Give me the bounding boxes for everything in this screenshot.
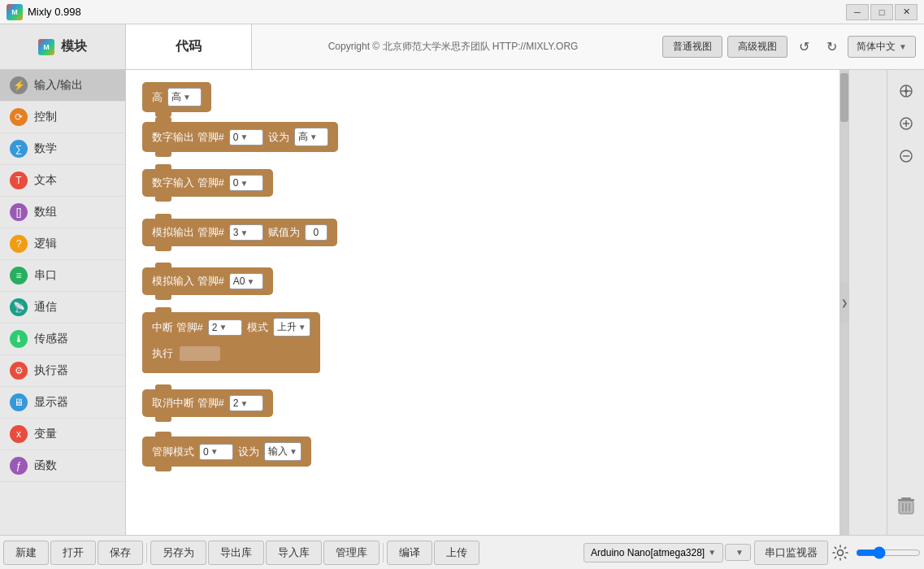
manage-lib-button[interactable]: 管理库 xyxy=(323,541,380,565)
sidebar-item-5[interactable]: ? 逻辑 xyxy=(0,228,125,260)
sidebar-icon-1: ⟳ xyxy=(10,108,28,126)
sidebar-icon-8: 🌡 xyxy=(10,330,28,348)
settings-button[interactable] xyxy=(830,542,851,563)
sidebar-icon-6: ≡ xyxy=(10,267,28,284)
sidebar-label-6: 串口 xyxy=(34,268,57,283)
trash-button[interactable] xyxy=(893,493,919,519)
sidebar-label-11: 变量 xyxy=(34,427,57,441)
block-execute: 执行 xyxy=(142,342,320,367)
zoom-out-button[interactable] xyxy=(893,143,919,169)
block-wrapper: 模拟输出 管脚# 3 ▼ 赋值为 0 xyxy=(142,219,337,246)
zoom-slider-container[interactable] xyxy=(856,546,921,559)
sidebar-icon-9: ⚙ xyxy=(10,362,28,380)
bottombar: 新建 打开 保存 另存为 导出库 导入库 管理库 编译 上传 Arduino N… xyxy=(0,535,924,569)
sidebar-item-3[interactable]: T 文本 xyxy=(0,165,125,197)
content: ⚡ 输入/输出 ⟳ 控制 ∑ 数学 T 文本 [] 数组 ? 逻辑 ≡ 串口 📡… xyxy=(0,70,924,535)
tab-blocks[interactable]: M 模块 xyxy=(0,24,126,69)
block-wrapper: 中断 管脚# 2 ▼ 模式 上升 ▼ 执行 xyxy=(142,312,320,373)
sidebar-item-2[interactable]: ∑ 数学 xyxy=(0,133,125,165)
collapse-tab[interactable]: ❯ xyxy=(839,282,849,323)
sidebar-label-4: 数组 xyxy=(34,205,57,219)
trash-container xyxy=(893,493,919,527)
block-pin-mode[interactable]: 管脚模式 0 ▼ 设为 输入 ▼ xyxy=(142,437,311,467)
block-wrapper: 数字输出 管脚# 0 ▼ 设为 高 ▼ xyxy=(142,122,338,152)
separator-2 xyxy=(383,543,384,562)
sidebar-label-8: 传感器 xyxy=(34,332,68,346)
tab-code[interactable]: 代码 xyxy=(126,24,252,69)
sidebar-item-10[interactable]: 🖥 显示器 xyxy=(0,387,125,419)
zoom-slider[interactable] xyxy=(856,546,921,559)
new-button[interactable]: 新建 xyxy=(3,541,49,565)
sidebar-icon-2: ∑ xyxy=(10,140,28,158)
block-interrupt-wrapper: 中断 管脚# 2 ▼ 模式 上升 ▼ 执行 xyxy=(142,312,320,373)
maximize-button[interactable]: □ xyxy=(870,4,893,20)
sidebar-item-11[interactable]: x 变量 xyxy=(0,419,125,450)
center-view-button[interactable] xyxy=(893,78,919,104)
block-wrapper: 管脚模式 0 ▼ 设为 输入 ▼ xyxy=(142,437,311,467)
sidebar-item-8[interactable]: 🌡 传感器 xyxy=(0,324,125,355)
sidebar-label-1: 控制 xyxy=(34,110,57,124)
topbar-right: 普通视图 高级视图 ↺ ↻ 简体中文 ▼ xyxy=(654,24,924,69)
sidebar-item-4[interactable]: [] 数组 xyxy=(0,197,125,228)
sidebar-item-12[interactable]: ƒ 函数 xyxy=(0,450,125,482)
zoom-in-button[interactable] xyxy=(893,111,919,137)
block-wrapper: 取消中断 管脚# 2 ▼ xyxy=(142,389,273,417)
block-digital-in[interactable]: 数字输入 管脚# 0 ▼ xyxy=(142,169,273,197)
port-selector[interactable]: ▼ xyxy=(725,544,751,561)
sidebar-label-12: 函数 xyxy=(34,458,57,473)
sidebar-item-1[interactable]: ⟳ 控制 xyxy=(0,102,125,133)
canvas-area[interactable]: 高 高 ▼ 数字输出 管脚# 0 ▼ 设为 高 ▼ 数字输入 管脚# 0 ▼ 模… xyxy=(126,70,887,535)
blocks-tab-icon: M xyxy=(38,39,54,55)
undo-button[interactable]: ↺ xyxy=(792,37,815,58)
execute-slot[interactable] xyxy=(180,346,220,361)
sidebar-label-0: 输入/输出 xyxy=(34,78,83,93)
minimize-button[interactable]: ─ xyxy=(846,4,869,20)
block-analog-in[interactable]: 模拟输入 管脚# A0 ▼ xyxy=(142,267,273,295)
sidebar-label-9: 执行器 xyxy=(34,363,68,378)
svg-point-3 xyxy=(904,89,908,93)
code-canvas[interactable]: 高 高 ▼ 数字输出 管脚# 0 ▼ 设为 高 ▼ 数字输入 管脚# 0 ▼ 模… xyxy=(126,70,849,535)
sidebar-icon-11: x xyxy=(10,425,28,443)
sidebar-label-3: 文本 xyxy=(34,173,57,188)
titlebar: M Mixly 0.998 ─ □ ✕ xyxy=(0,0,924,24)
redo-button[interactable]: ↻ xyxy=(820,37,843,58)
block-high[interactable]: 高 高 ▼ xyxy=(142,82,211,112)
sidebar-item-6[interactable]: ≡ 串口 xyxy=(0,260,125,292)
language-selector[interactable]: 简体中文 ▼ xyxy=(848,36,916,58)
sidebar-icon-7: 📡 xyxy=(10,298,28,316)
close-button[interactable]: ✕ xyxy=(895,4,917,20)
advanced-view-button[interactable]: 高级视图 xyxy=(727,36,787,58)
save-as-button[interactable]: 另存为 xyxy=(150,541,206,565)
titlebar-title: Mixly 0.998 xyxy=(28,6,81,18)
sidebar: ⚡ 输入/输出 ⟳ 控制 ∑ 数学 T 文本 [] 数组 ? 逻辑 ≡ 串口 📡… xyxy=(0,70,126,535)
svg-point-15 xyxy=(838,549,844,555)
sidebar-icon-3: T xyxy=(10,172,28,189)
sidebar-icon-5: ? xyxy=(10,235,28,253)
normal-view-button[interactable]: 普通视图 xyxy=(662,36,722,58)
serial-monitor-button[interactable]: 串口监视器 xyxy=(754,541,828,565)
board-selector[interactable]: Arduino Nano[atmega328] ▼ xyxy=(583,543,723,562)
sidebar-item-9[interactable]: ⚙ 执行器 xyxy=(0,355,125,387)
block-interrupt[interactable]: 中断 管脚# 2 ▼ 模式 上升 ▼ xyxy=(142,312,320,342)
block-cancel-interrupt[interactable]: 取消中断 管脚# 2 ▼ xyxy=(142,389,273,417)
export-lib-button[interactable]: 导出库 xyxy=(208,541,264,565)
port-chevron-icon: ▼ xyxy=(735,548,744,557)
separator-1 xyxy=(146,543,147,562)
block-interrupt-bottom xyxy=(142,367,320,373)
open-button[interactable]: 打开 xyxy=(50,541,96,565)
canvas-scrollthumb[interactable] xyxy=(840,73,848,122)
lang-chevron-icon: ▼ xyxy=(899,42,907,51)
topbar: M 模块 代码 Copyright © 北京师范大学米思齐团队 HTTP://M… xyxy=(0,24,924,70)
block-digital-out[interactable]: 数字输出 管脚# 0 ▼ 设为 高 ▼ xyxy=(142,122,338,152)
import-lib-button[interactable]: 导入库 xyxy=(266,541,322,565)
sidebar-item-7[interactable]: 📡 通信 xyxy=(0,292,125,324)
block-wrapper: 高 高 ▼ xyxy=(142,82,211,112)
sidebar-item-0[interactable]: ⚡ 输入/输出 xyxy=(0,70,125,102)
block-analog-out[interactable]: 模拟输出 管脚# 3 ▼ 赋值为 0 xyxy=(142,219,337,246)
upload-button[interactable]: 上传 xyxy=(434,541,479,565)
sidebar-icon-4: [] xyxy=(10,203,28,221)
compile-button[interactable]: 编译 xyxy=(387,541,432,565)
block-wrapper: 数字输入 管脚# 0 ▼ xyxy=(142,169,273,197)
save-button[interactable]: 保存 xyxy=(98,541,143,565)
copyright-text: Copyright © 北京师范大学米思齐团队 HTTP://MIXLY.ORG xyxy=(252,24,654,69)
